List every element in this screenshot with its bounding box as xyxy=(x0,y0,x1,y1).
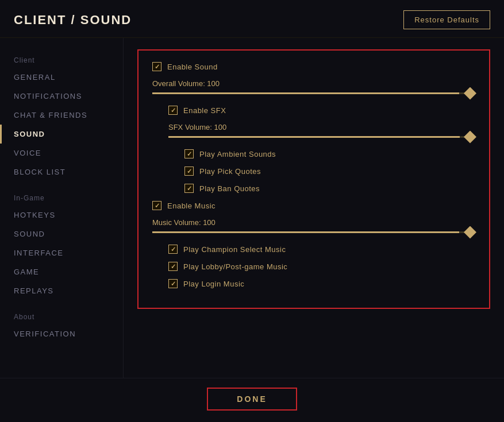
sidebar-item-interface[interactable]: INTERFACE xyxy=(0,243,123,262)
music-volume-label: Music Volume: 100 xyxy=(152,218,475,227)
music-volume-slider[interactable] xyxy=(152,231,475,233)
sfx-volume-track xyxy=(168,136,475,138)
enable-sfx-checkbox[interactable] xyxy=(168,106,178,115)
play-lobby-music-label: Play Lobby/Post-game Music xyxy=(183,262,287,271)
restore-defaults-button[interactable]: Restore Defaults xyxy=(403,10,490,29)
page-title-main: SOUND xyxy=(80,13,132,27)
play-ambient-checkbox[interactable] xyxy=(184,149,194,158)
overall-volume-handle[interactable] xyxy=(464,87,476,100)
sidebar-item-hotkeys[interactable]: HOTKEYS xyxy=(0,206,123,224)
enable-sound-label: Enable Sound xyxy=(167,63,218,71)
main-content: Enable Sound Overall Volume: 100 Enable … xyxy=(124,38,504,378)
sidebar-item-voice[interactable]: VOICE xyxy=(0,144,123,162)
play-champion-music-row: Play Champion Select Music xyxy=(168,245,475,254)
play-login-music-label: Play Login Music xyxy=(183,280,244,288)
music-volume-handle[interactable] xyxy=(464,226,476,239)
play-ban-quotes-label: Play Ban Quotes xyxy=(199,184,260,193)
footer: DONE xyxy=(0,378,504,422)
sfx-section: Enable SFX SFX Volume: 100 Play Ambient … xyxy=(152,106,475,193)
overall-volume-track xyxy=(152,92,475,94)
body: Client GENERAL NOTIFICATIONS CHAT & FRIE… xyxy=(0,38,504,378)
play-ban-quotes-row: Play Ban Quotes xyxy=(184,184,475,193)
overall-volume-slider[interactable] xyxy=(152,92,475,94)
sfx-volume-handle[interactable] xyxy=(464,131,476,144)
sfx-options: Play Ambient Sounds Play Pick Quotes Pla… xyxy=(168,149,475,193)
sidebar-item-general[interactable]: GENERAL xyxy=(0,68,123,87)
done-button[interactable]: DONE xyxy=(207,388,297,411)
page-title: CLIENT / SOUND xyxy=(14,13,132,28)
enable-sound-checkbox[interactable] xyxy=(152,62,161,71)
play-pick-quotes-row: Play Pick Quotes xyxy=(184,167,475,176)
enable-sfx-label: Enable SFX xyxy=(183,106,226,115)
client-section-label: Client xyxy=(0,49,123,68)
play-champion-music-checkbox[interactable] xyxy=(168,245,178,254)
ingame-section-label: In-Game xyxy=(0,187,123,206)
music-volume-track xyxy=(152,231,475,233)
sidebar-item-block-list[interactable]: BLOCK LIST xyxy=(0,162,123,181)
play-pick-quotes-checkbox[interactable] xyxy=(184,167,194,176)
sidebar-item-replays[interactable]: REPLAYS xyxy=(0,281,123,300)
page-title-prefix: CLIENT / xyxy=(14,13,80,27)
play-pick-quotes-label: Play Pick Quotes xyxy=(199,167,261,176)
sidebar-item-game[interactable]: GAME xyxy=(0,262,123,281)
enable-sfx-row: Enable SFX xyxy=(168,106,475,115)
play-login-music-checkbox[interactable] xyxy=(168,279,178,288)
sidebar-item-notifications[interactable]: NOTIFICATIONS xyxy=(0,87,123,106)
app-container: CLIENT / SOUND Restore Defaults Client G… xyxy=(0,0,504,422)
settings-panel: Enable Sound Overall Volume: 100 Enable … xyxy=(137,49,490,309)
sidebar: Client GENERAL NOTIFICATIONS CHAT & FRIE… xyxy=(0,38,124,378)
play-champion-music-label: Play Champion Select Music xyxy=(183,245,286,254)
play-lobby-music-checkbox[interactable] xyxy=(168,262,178,271)
play-ambient-row: Play Ambient Sounds xyxy=(184,149,475,158)
music-options: Play Champion Select Music Play Lobby/Po… xyxy=(152,245,475,288)
play-lobby-music-row: Play Lobby/Post-game Music xyxy=(168,262,475,271)
play-ban-quotes-checkbox[interactable] xyxy=(184,184,194,193)
play-ambient-label: Play Ambient Sounds xyxy=(199,150,276,158)
sfx-volume-label: SFX Volume: 100 xyxy=(168,123,475,131)
about-section-label: About xyxy=(0,306,123,324)
play-login-music-row: Play Login Music xyxy=(168,279,475,288)
overall-volume-label: Overall Volume: 100 xyxy=(152,79,475,88)
sidebar-item-verification[interactable]: VERIFICATION xyxy=(0,324,123,343)
header: CLIENT / SOUND Restore Defaults xyxy=(0,0,504,38)
enable-music-row: Enable Music xyxy=(152,201,475,210)
sidebar-item-sound-ingame[interactable]: SOUND xyxy=(0,224,123,243)
enable-music-checkbox[interactable] xyxy=(152,201,161,210)
sfx-volume-slider[interactable] xyxy=(168,136,475,138)
enable-music-label: Enable Music xyxy=(167,202,216,210)
sidebar-item-sound[interactable]: SOUND xyxy=(0,125,123,144)
enable-sound-row: Enable Sound xyxy=(152,62,475,71)
sidebar-item-chat-friends[interactable]: CHAT & FRIENDS xyxy=(0,106,123,125)
